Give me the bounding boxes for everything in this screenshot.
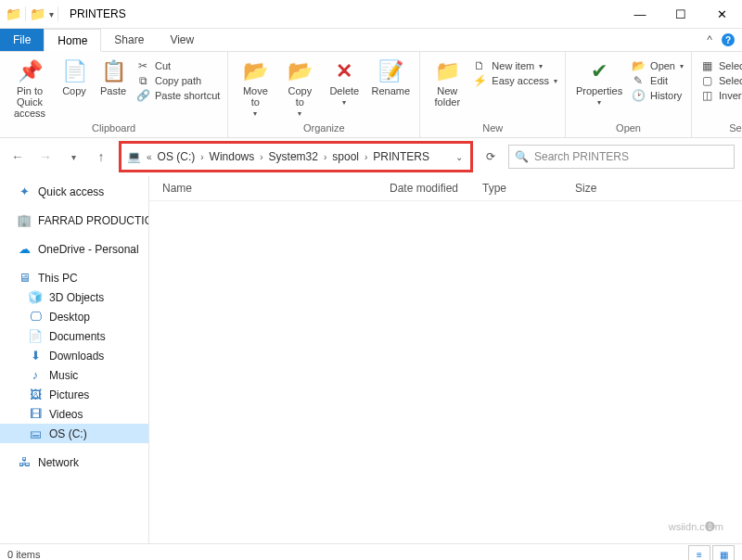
- chevron-down-icon: ▾: [554, 77, 557, 85]
- recent-button[interactable]: ▾: [63, 146, 83, 167]
- column-size[interactable]: Size: [575, 182, 649, 195]
- navbar: ← → ▾ ↑ 💻 « OS (C:)› Windows› System32› …: [0, 138, 742, 176]
- delete-button[interactable]: ✕ Delete ▾: [325, 57, 364, 107]
- help-icon[interactable]: ?: [722, 33, 735, 46]
- search-icon: 🔍: [515, 150, 529, 163]
- chevron-down-icon: ▾: [597, 98, 601, 107]
- invert-selection-button[interactable]: ◫Invert selection: [699, 89, 742, 102]
- ribbon-collapse-icon[interactable]: ^: [707, 33, 712, 46]
- paste-button[interactable]: 📋 Paste: [96, 57, 130, 96]
- folder-icon-small: 📁: [30, 6, 45, 21]
- up-button[interactable]: ↑: [91, 146, 111, 167]
- easy-access-button[interactable]: ⚡Easy access ▾: [472, 74, 557, 87]
- column-date[interactable]: Date modified: [390, 182, 482, 195]
- new-item-button[interactable]: 🗋New item ▾: [472, 59, 557, 72]
- group-new: 📁 New folder 🗋New item ▾ ⚡Easy access ▾ …: [420, 52, 566, 137]
- back-button[interactable]: ←: [7, 146, 28, 167]
- group-label-new: New: [428, 122, 557, 135]
- ribbon: 📌 Pin to Quick access 📄 Copy 📋 Paste ✂Cu…: [0, 52, 742, 138]
- tab-share[interactable]: Share: [101, 29, 157, 51]
- select-all-button[interactable]: ▦Select all: [699, 59, 742, 72]
- breadcrumb-item[interactable]: PRINTERS: [373, 150, 429, 163]
- sidebar-item-this-pc[interactable]: 🖥This PC: [0, 268, 148, 287]
- select-none-icon: ▢: [699, 74, 714, 87]
- history-icon: 🕑: [631, 89, 646, 102]
- paste-icon: 📋: [101, 59, 126, 83]
- tab-home[interactable]: Home: [44, 29, 101, 52]
- new-item-icon: 🗋: [472, 59, 487, 72]
- sidebar-item-3d-objects[interactable]: 🧊3D Objects: [0, 287, 148, 307]
- properties-button[interactable]: ✔ Properties ▾: [573, 57, 625, 107]
- group-organize: 📂 Move to ▾ 📂 Copy to ▾ ✕ Delete ▾ 📝 Ren…: [228, 52, 420, 137]
- sidebar-item-osc[interactable]: 🖴OS (C:): [0, 424, 148, 443]
- chevron-right-icon: «: [143, 152, 156, 162]
- chevron-right-icon: ›: [256, 152, 266, 162]
- sidebar-item-network[interactable]: 🖧Network: [0, 452, 148, 472]
- column-name[interactable]: Name: [149, 182, 390, 195]
- search-input[interactable]: 🔍 Search PRINTERS: [508, 145, 735, 169]
- qat-overflow[interactable]: ▾: [49, 9, 54, 19]
- close-button[interactable]: ✕: [701, 0, 742, 28]
- refresh-button[interactable]: ⟳: [480, 146, 501, 167]
- desktop-icon: 🖵: [28, 310, 43, 324]
- forward-button[interactable]: →: [35, 146, 56, 167]
- breadcrumb-item[interactable]: Windows›: [210, 150, 267, 163]
- copy-path-icon: ⧉: [135, 74, 150, 87]
- building-icon: 🏢: [17, 213, 32, 227]
- new-folder-button[interactable]: 📁 New folder: [428, 57, 467, 108]
- easy-access-icon: ⚡: [472, 74, 487, 87]
- folder-icon: 📁: [6, 6, 21, 21]
- copy-path-button[interactable]: ⧉Copy path: [135, 74, 220, 87]
- sidebar-item-quick-access[interactable]: ✦Quick access: [0, 182, 148, 201]
- group-select: ▦Select all ▢Select none ◫Invert selecti…: [692, 52, 742, 137]
- breadcrumb-item[interactable]: System32›: [269, 150, 331, 163]
- column-type[interactable]: Type: [482, 182, 575, 195]
- breadcrumb-item[interactable]: spool›: [332, 150, 371, 163]
- group-clipboard: 📌 Pin to Quick access 📄 Copy 📋 Paste ✂Cu…: [0, 52, 228, 137]
- copy-to-button[interactable]: 📂 Copy to ▾: [280, 57, 319, 118]
- tab-file[interactable]: File: [0, 29, 44, 51]
- delete-icon: ✕: [336, 59, 352, 83]
- breadcrumb-item[interactable]: OS (C:)›: [158, 150, 208, 163]
- paste-shortcut-button[interactable]: 🔗Paste shortcut: [135, 89, 220, 102]
- move-to-icon: 📂: [243, 59, 268, 83]
- sidebar-item-pictures[interactable]: 🖼Pictures: [0, 385, 148, 404]
- address-bar[interactable]: 💻 « OS (C:)› Windows› System32› spool› P…: [123, 146, 450, 167]
- network-icon: 🖧: [17, 455, 32, 469]
- sidebar-item-onedrive[interactable]: ☁OneDrive - Personal: [0, 239, 148, 259]
- copy-button[interactable]: 📄 Copy: [58, 57, 91, 96]
- group-label-organize: Organize: [236, 122, 412, 135]
- address-dropdown[interactable]: ⌄: [450, 152, 468, 162]
- cut-icon: ✂: [135, 59, 150, 72]
- column-headers: Name Date modified Type Size: [149, 176, 742, 201]
- sidebar-item-farrad[interactable]: 🏢FARRAD PRODUCTION: [0, 210, 148, 230]
- sidebar-item-music[interactable]: ♪Music: [0, 365, 148, 385]
- sidebar-item-videos[interactable]: 🎞Videos: [0, 404, 148, 424]
- open-button[interactable]: 📂Open ▾: [631, 59, 684, 72]
- sidebar-item-downloads[interactable]: ⬇Downloads: [0, 346, 148, 365]
- select-none-button[interactable]: ▢Select none: [699, 74, 742, 87]
- edit-button[interactable]: ✎Edit: [631, 74, 684, 87]
- sidebar-item-desktop[interactable]: 🖵Desktop: [0, 307, 148, 326]
- history-button[interactable]: 🕑History: [631, 89, 684, 102]
- chevron-down-icon: ▾: [680, 62, 684, 70]
- paste-shortcut-icon: 🔗: [135, 89, 150, 102]
- sidebar-item-documents[interactable]: 📄Documents: [0, 326, 148, 346]
- cut-button[interactable]: ✂Cut: [135, 59, 220, 72]
- details-view-button[interactable]: ≡: [688, 545, 710, 560]
- tab-view[interactable]: View: [157, 29, 207, 51]
- rename-button[interactable]: 📝 Rename: [369, 57, 412, 96]
- rename-icon: 📝: [378, 59, 403, 83]
- copy-to-icon: 📂: [288, 59, 313, 83]
- chevron-down-icon: ▾: [253, 109, 257, 118]
- icons-view-button[interactable]: ▦: [712, 545, 735, 560]
- new-folder-icon: 📁: [435, 59, 460, 83]
- maximize-button[interactable]: ☐: [660, 0, 701, 28]
- documents-icon: 📄: [28, 329, 43, 343]
- move-to-button[interactable]: 📂 Move to ▾: [236, 57, 275, 118]
- videos-icon: 🎞: [28, 407, 43, 421]
- pin-quick-access-button[interactable]: 📌 Pin to Quick access: [7, 57, 52, 119]
- statusbar: 0 items ≡ ▦: [0, 543, 742, 560]
- minimize-button[interactable]: —: [620, 0, 660, 28]
- status-text: 0 items: [7, 549, 40, 560]
